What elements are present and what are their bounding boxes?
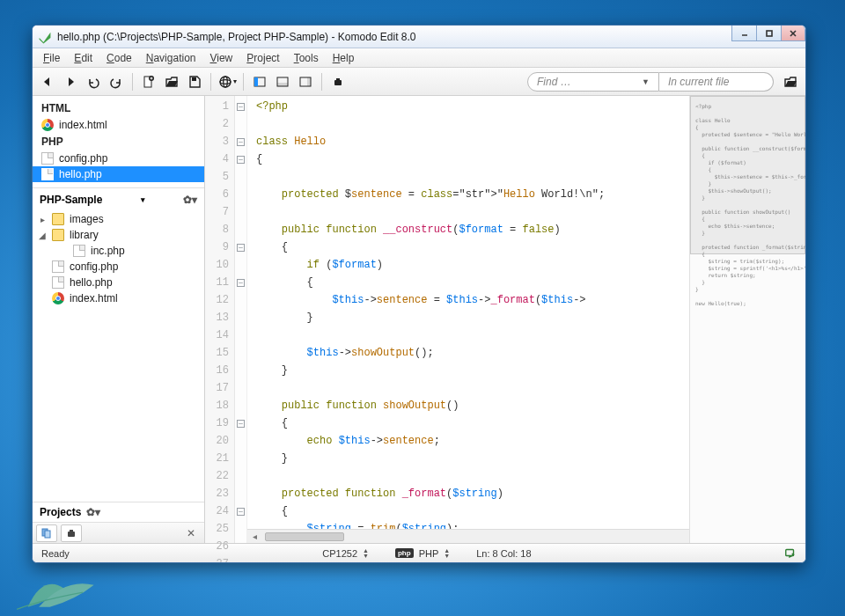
sidebar-close-button[interactable]: ✕	[183, 527, 199, 539]
find-scope-label: In current file	[668, 76, 729, 88]
open-file-item[interactable]: config.php	[33, 150, 204, 166]
php-badge: php	[395, 548, 414, 558]
browser-preview-button[interactable]: ▾	[217, 72, 237, 92]
menu-file[interactable]: File	[36, 50, 67, 66]
minimize-button[interactable]	[731, 26, 756, 41]
find-input[interactable]: Find … ▼	[527, 72, 659, 92]
window-title: hello.php (C:\Projects\PHP-Sample, Proje…	[57, 31, 416, 43]
body: HTMLindex.htmlPHPconfig.phphello.php PHP…	[33, 96, 805, 543]
toggle-bottom-pane-button[interactable]	[273, 72, 292, 92]
undo-button[interactable]	[84, 72, 103, 92]
places-tab-button[interactable]	[36, 524, 57, 542]
find-scope-input[interactable]: In current file	[659, 72, 774, 92]
tree-file[interactable]: hello.php	[38, 275, 201, 290]
titlebar[interactable]: hello.php (C:\Projects\PHP-Sample, Proje…	[33, 26, 805, 48]
tree-file[interactable]: inc.php	[59, 243, 201, 259]
disclosure-icon[interactable]: ▸	[38, 215, 47, 224]
stepper-icon[interactable]: ▲▼	[444, 548, 450, 559]
toolbar-separator	[321, 73, 322, 91]
stepper-icon[interactable]: ▲▼	[363, 548, 369, 559]
dropdown-icon: ▼	[642, 77, 650, 86]
minimap[interactable]: <?php class Hello { protected $sentence …	[689, 96, 805, 543]
minimap-viewport[interactable]	[690, 96, 805, 254]
new-file-button[interactable]	[139, 72, 158, 92]
toolbar-separator	[243, 73, 244, 91]
project-tree: ▸images◢libraryinc.phpconfig.phphello.ph…	[33, 211, 204, 502]
save-button[interactable]	[185, 72, 204, 92]
scrollbar-thumb[interactable]	[265, 532, 344, 541]
maximize-button[interactable]	[756, 26, 781, 41]
file-icon	[52, 260, 64, 273]
fold-column[interactable]: −−−−−−−	[235, 96, 247, 543]
status-language[interactable]: php PHP ▲▼	[395, 548, 450, 559]
tree-file[interactable]: ▸images	[38, 211, 201, 227]
toolbox-tab-button[interactable]	[61, 524, 82, 542]
sync-status-icon[interactable]	[784, 546, 797, 561]
toolbar: ▾ Find … ▼ In current file	[33, 68, 805, 96]
editor: 1234567891011121314151617181920212223242…	[205, 96, 805, 543]
redo-button[interactable]	[107, 72, 126, 92]
sidebar: HTMLindex.htmlPHPconfig.phphello.php PHP…	[33, 96, 205, 543]
open-button[interactable]	[162, 72, 181, 92]
sidebar-tab-strip: ✕	[33, 522, 204, 543]
gear-icon[interactable]: ✿▾	[183, 194, 197, 206]
file-label: index.html	[59, 119, 107, 131]
projects-panel-header[interactable]: Projects ✿▾	[33, 502, 204, 522]
app-icon	[38, 30, 52, 44]
toggle-right-pane-button[interactable]	[296, 72, 315, 92]
sidebar-open-files: HTMLindex.htmlPHPconfig.phphello.php	[33, 96, 204, 187]
file-label: config.php	[59, 152, 107, 165]
tree-label: images	[70, 213, 104, 225]
svg-rect-1	[767, 31, 772, 36]
toolbox-button[interactable]	[328, 72, 348, 92]
svg-rect-13	[254, 77, 258, 86]
window-controls	[731, 26, 805, 41]
open-folder-button[interactable]	[781, 72, 800, 92]
scroll-left-icon[interactable]: ◂	[247, 532, 261, 541]
folder-icon	[52, 229, 64, 241]
chrome-icon	[41, 119, 54, 131]
tree-file[interactable]: config.php	[38, 259, 201, 275]
file-icon	[73, 245, 85, 257]
menu-project[interactable]: Project	[239, 50, 286, 66]
toggle-left-pane-button[interactable]	[250, 72, 269, 92]
horizontal-scrollbar[interactable]: ◂	[247, 529, 689, 543]
svg-rect-22	[68, 532, 75, 537]
menu-code[interactable]: Code	[99, 50, 139, 66]
line-number-gutter[interactable]: 1234567891011121314151617181920212223242…	[205, 96, 235, 543]
sidebar-project-header[interactable]: PHP-Sample▾ ✿▾	[33, 188, 204, 211]
file-label: hello.php	[59, 168, 102, 180]
svg-point-11	[223, 77, 227, 87]
tree-folder[interactable]: ◢library	[38, 227, 201, 243]
back-button[interactable]	[38, 72, 57, 92]
sidebar-project-panel: PHP-Sample▾ ✿▾ ▸images◢libraryinc.phpcon…	[33, 187, 204, 502]
close-button[interactable]	[781, 26, 805, 41]
svg-point-9	[220, 77, 231, 87]
forward-button[interactable]	[61, 72, 80, 92]
menu-tools[interactable]: Tools	[287, 50, 326, 66]
tree-label: inc.php	[91, 245, 125, 257]
disclosure-icon[interactable]: ◢	[38, 231, 47, 240]
chrome-icon	[52, 292, 64, 304]
menu-edit[interactable]: Edit	[67, 50, 99, 66]
status-encoding[interactable]: CP1252 ▲▼	[322, 548, 369, 559]
status-ready: Ready	[41, 548, 70, 559]
tree-label: config.php	[70, 260, 118, 273]
toolbar-separator	[210, 73, 211, 91]
svg-rect-21	[45, 531, 50, 538]
tree-label: index.html	[70, 292, 118, 304]
open-file-item[interactable]: index.html	[33, 117, 204, 133]
menu-view[interactable]: View	[202, 50, 239, 66]
find-placeholder: Find …	[537, 76, 571, 88]
menu-navigation[interactable]: Navigation	[139, 50, 203, 66]
file-icon	[41, 168, 54, 180]
svg-rect-17	[307, 77, 311, 86]
menu-help[interactable]: Help	[326, 50, 362, 66]
file-icon	[41, 152, 54, 165]
open-file-item[interactable]: hello.php	[33, 166, 204, 182]
gear-icon[interactable]: ✿▾	[86, 506, 100, 518]
wallpaper-leaf	[9, 567, 106, 611]
code-area[interactable]: <?php class Hello{ protected $sentence =…	[247, 96, 689, 543]
tree-file[interactable]: index.html	[38, 290, 201, 306]
tree-label: hello.php	[70, 276, 113, 289]
